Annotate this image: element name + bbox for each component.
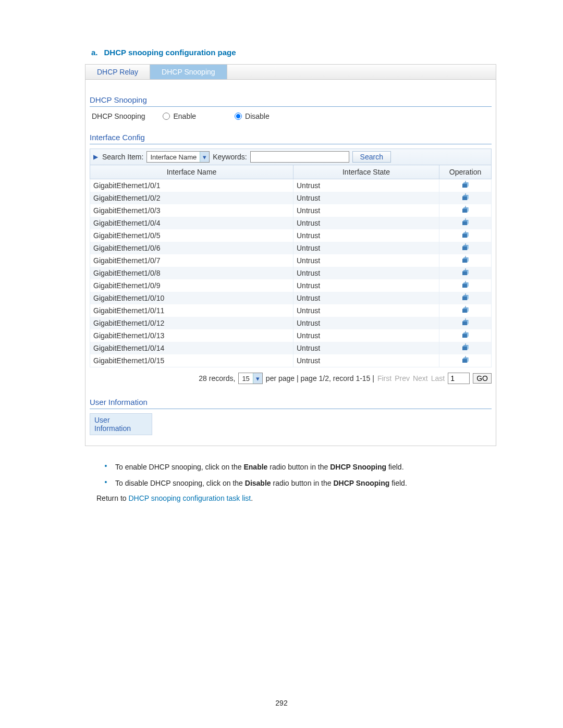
table-row: GigabitEthernet1/0/4Untrust	[90, 217, 492, 229]
cell-interface-name: GigabitEthernet1/0/8	[90, 267, 293, 279]
cell-interface-state: Untrust	[293, 242, 439, 254]
pager-prev[interactable]: Prev	[395, 374, 410, 382]
edit-icon[interactable]	[461, 268, 470, 278]
cell-interface-state: Untrust	[293, 317, 439, 329]
note-enable: To enable DHCP snooping, click on the En…	[115, 462, 404, 473]
pager-next[interactable]: Next	[413, 374, 428, 382]
chevron-down-icon: ▾	[200, 152, 209, 162]
table-row: GigabitEthernet1/0/3Untrust	[90, 204, 492, 217]
section-title-user-info: User Information	[90, 398, 492, 409]
section-title-interface-config: Interface Config	[90, 133, 492, 144]
table-row: GigabitEthernet1/0/14Untrust	[90, 342, 492, 354]
cell-interface-name: GigabitEthernet1/0/7	[90, 254, 293, 267]
radio-enable[interactable]	[163, 113, 170, 120]
cell-interface-state: Untrust	[293, 342, 439, 354]
edit-icon[interactable]	[461, 231, 470, 240]
search-button[interactable]: Search	[352, 151, 391, 163]
bullet-icon: •	[96, 478, 115, 486]
section-title-dhcp-snooping: DHCP Snooping	[90, 95, 492, 107]
col-interface-state: Interface State	[293, 165, 439, 179]
cell-interface-name: GigabitEthernet1/0/11	[90, 304, 293, 317]
cell-interface-state: Untrust	[293, 254, 439, 267]
per-page-select[interactable]: 15 ▾	[238, 373, 262, 384]
page-info: per page | page 1/2, record 1-15 |	[266, 374, 374, 382]
table-row: GigabitEthernet1/0/12Untrust	[90, 317, 492, 329]
radio-disable-label: Disable	[245, 112, 270, 120]
edit-icon[interactable]	[461, 243, 470, 253]
cell-interface-name: GigabitEthernet1/0/4	[90, 217, 293, 229]
user-info-button[interactable]: User Information	[90, 413, 152, 435]
cell-interface-name: GigabitEthernet1/0/9	[90, 279, 293, 292]
triangle-icon: ▶	[93, 153, 98, 161]
cell-interface-name: GigabitEthernet1/0/10	[90, 292, 293, 304]
edit-icon[interactable]	[461, 181, 470, 190]
bullet-icon: •	[96, 462, 115, 470]
tab-dhcp-snooping[interactable]: DHCP Snooping	[150, 65, 227, 79]
cell-interface-state: Untrust	[293, 329, 439, 342]
col-interface-name: Interface Name	[90, 165, 293, 179]
cell-interface-state: Untrust	[293, 354, 439, 367]
cell-interface-state: Untrust	[293, 179, 439, 192]
doc-notes: • To enable DHCP snooping, click on the …	[96, 462, 490, 502]
pager-first[interactable]: First	[377, 374, 391, 382]
note-disable: To disable DHCP snooping, click on the D…	[115, 478, 407, 489]
search-item-label: Search Item:	[102, 153, 143, 161]
chevron-down-icon: ▾	[253, 373, 262, 384]
cell-interface-name: GigabitEthernet1/0/6	[90, 242, 293, 254]
go-button[interactable]: GO	[473, 373, 492, 384]
search-item-select[interactable]: Interface Name ▾	[146, 151, 210, 163]
edit-icon[interactable]	[461, 356, 470, 365]
cell-interface-state: Untrust	[293, 292, 439, 304]
cell-interface-name: GigabitEthernet1/0/3	[90, 204, 293, 217]
edit-icon[interactable]	[461, 256, 470, 265]
table-row: GigabitEthernet1/0/8Untrust	[90, 267, 492, 279]
radio-disable[interactable]	[235, 113, 242, 120]
cell-interface-state: Untrust	[293, 229, 439, 242]
col-operation: Operation	[439, 165, 492, 179]
cell-interface-state: Untrust	[293, 279, 439, 292]
edit-icon[interactable]	[461, 343, 470, 353]
cell-interface-name: GigabitEthernet1/0/14	[90, 342, 293, 354]
pager-last[interactable]: Last	[431, 374, 445, 382]
cell-interface-name: GigabitEthernet1/0/13	[90, 329, 293, 342]
tab-dhcp-relay[interactable]: DHCP Relay	[85, 65, 150, 79]
table-row: GigabitEthernet1/0/1Untrust	[90, 179, 492, 192]
edit-icon[interactable]	[461, 306, 470, 315]
records-text: 28 records,	[199, 374, 235, 382]
edit-icon[interactable]	[461, 281, 470, 290]
field-label-dhcp-snooping: DHCP Snooping	[92, 112, 145, 120]
cell-interface-name: GigabitEthernet1/0/1	[90, 179, 293, 192]
interface-table: Interface Name Interface State Operation…	[90, 165, 492, 367]
table-row: GigabitEthernet1/0/6Untrust	[90, 242, 492, 254]
task-list-link[interactable]: DHCP snooping configuration task list	[128, 494, 251, 502]
edit-icon[interactable]	[461, 218, 470, 228]
screenshot-panel: DHCP Relay DHCP Snooping DHCP Snooping D…	[85, 64, 496, 446]
page-number: 292	[0, 699, 563, 707]
search-bar: ▶ Search Item: Interface Name ▾ Keywords…	[90, 149, 492, 165]
cell-interface-name: GigabitEthernet1/0/2	[90, 192, 293, 204]
edit-icon[interactable]	[461, 331, 470, 340]
return-line: Return to DHCP snooping configuration ta…	[96, 494, 490, 502]
pager: 28 records, 15 ▾ per page | page 1/2, re…	[90, 373, 492, 384]
cell-interface-name: GigabitEthernet1/0/15	[90, 354, 293, 367]
cell-interface-state: Untrust	[293, 267, 439, 279]
cell-interface-state: Untrust	[293, 217, 439, 229]
table-row: GigabitEthernet1/0/2Untrust	[90, 192, 492, 204]
edit-icon[interactable]	[461, 193, 470, 203]
edit-icon[interactable]	[461, 293, 470, 303]
cell-interface-name: GigabitEthernet1/0/5	[90, 229, 293, 242]
table-row: GigabitEthernet1/0/15Untrust	[90, 354, 492, 367]
cell-interface-state: Untrust	[293, 304, 439, 317]
table-row: GigabitEthernet1/0/9Untrust	[90, 279, 492, 292]
keywords-label: Keywords:	[213, 153, 247, 161]
cell-interface-state: Untrust	[293, 192, 439, 204]
table-row: GigabitEthernet1/0/7Untrust	[90, 254, 492, 267]
cell-interface-state: Untrust	[293, 204, 439, 217]
keywords-input[interactable]	[250, 151, 349, 163]
edit-icon[interactable]	[461, 206, 470, 215]
table-row: GigabitEthernet1/0/10Untrust	[90, 292, 492, 304]
table-row: GigabitEthernet1/0/11Untrust	[90, 304, 492, 317]
page-input[interactable]	[448, 373, 470, 384]
edit-icon[interactable]	[461, 318, 470, 328]
cell-interface-name: GigabitEthernet1/0/12	[90, 317, 293, 329]
